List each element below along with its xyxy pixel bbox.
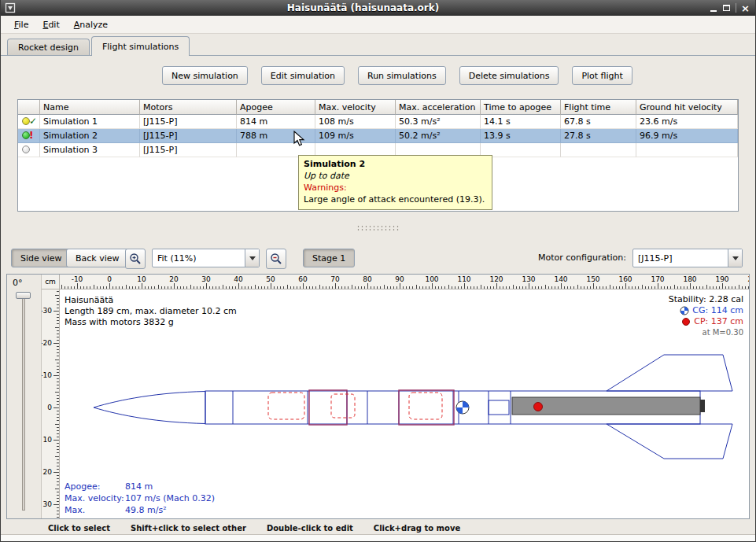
cp-value: CP: 137 cm: [694, 316, 743, 327]
stage-1-label: Stage 1: [312, 253, 345, 264]
menu-file[interactable]: File: [7, 17, 35, 32]
parachute-3[interactable]: [409, 393, 442, 419]
cell-max-acceleration[interactable]: 50.2 m/s²: [396, 129, 481, 143]
cell-motors[interactable]: [J115-P]: [140, 115, 237, 129]
cell-time-to-apogee[interactable]: [481, 143, 561, 157]
rocket-canvas[interactable]: Haisunäätä Length 189 cm, max. diameter …: [60, 289, 749, 518]
back-view-button[interactable]: Back view: [66, 249, 129, 267]
table-row-simulation-1[interactable]: ✓Simulation 1[J115-P]814 m108 m/s50.3 m/…: [18, 115, 738, 129]
cell-name[interactable]: Simulation 1: [40, 115, 140, 129]
back-view-label: Back view: [76, 253, 120, 264]
apogee-value: 814 m: [125, 481, 153, 492]
engine-block[interactable]: [489, 400, 509, 415]
plot-flight-button[interactable]: Plot flight: [572, 66, 632, 85]
tooltip-warning-text: Large angle of attack encountered (19.3)…: [304, 194, 487, 205]
edit-simulation-button[interactable]: Edit simulation: [261, 66, 345, 85]
run-simulations-button[interactable]: Run simulations: [358, 66, 446, 85]
column-header-max-acceleration[interactable]: Max. acceleration: [396, 100, 481, 115]
tooltip-title: Simulation 2: [304, 158, 487, 170]
apogee-label: Apogee:: [65, 481, 125, 492]
cell-max-velocity[interactable]: 108 m/s: [315, 115, 396, 129]
simulation-status-cell: !: [18, 129, 40, 143]
cell-apogee[interactable]: 814 m: [237, 115, 315, 129]
hint-shift-click-to-select-other: Shift+click to select other: [131, 524, 246, 533]
close-button[interactable]: ×: [739, 2, 752, 14]
column-header-name[interactable]: Name: [40, 100, 140, 115]
cell-motors[interactable]: [J115-P]: [140, 129, 237, 143]
window-bottom-edge: [1, 534, 755, 541]
cell-ground-hit-velocity[interactable]: 96.9 m/s: [636, 129, 738, 143]
hint-click-drag-to-move: Click+drag to move: [374, 524, 460, 533]
parachute-1[interactable]: [268, 393, 304, 419]
motor-configuration-arrow-button[interactable]: [728, 249, 742, 267]
zoom-select-arrow-button[interactable]: [245, 249, 259, 267]
v-ruler: -30-20-100102030: [42, 289, 60, 518]
stage-1-toggle[interactable]: Stage 1: [303, 249, 355, 267]
cell-name[interactable]: Simulation 2: [40, 129, 140, 143]
side-view-button[interactable]: Side view: [11, 249, 72, 267]
inner-tube-1[interactable]: [309, 390, 347, 425]
cell-flight-time[interactable]: 67.8 s: [561, 115, 636, 129]
cell-flight-time[interactable]: 27.8 s: [561, 129, 636, 143]
menu-analyze[interactable]: Analyze: [67, 17, 115, 32]
rotation-slider-handle[interactable]: [16, 292, 31, 299]
fin-bottom[interactable]: [607, 424, 732, 459]
cell-time-to-apogee[interactable]: 14.1 s: [481, 115, 561, 129]
nose-cone[interactable]: [94, 392, 205, 424]
rotation-control: 0°: [7, 275, 42, 518]
tab-flight-simulations[interactable]: Flight simulations: [91, 36, 190, 56]
window-icon[interactable]: [5, 2, 16, 13]
hint-double-click-to-edit: Double-click to edit: [267, 524, 353, 533]
status-hint-bar: Click to selectShift+click to select oth…: [1, 521, 755, 535]
motor-configuration-select[interactable]: [J115-P]: [632, 249, 743, 267]
column-header-ground-hit-velocity[interactable]: Ground hit velocity: [636, 100, 738, 115]
cell-time-to-apogee[interactable]: 13.9 s: [481, 129, 561, 143]
cell-max-acceleration[interactable]: 50.3 m/s²: [396, 115, 481, 129]
mach-condition: at M=0.30: [669, 327, 743, 338]
splitter-grip[interactable]: [356, 225, 400, 231]
column-header-motors[interactable]: Motors: [140, 100, 237, 115]
cg-value: CG: 114 cm: [692, 305, 743, 316]
maximize-icon: [723, 5, 730, 11]
parachute-2[interactable]: [331, 394, 355, 418]
title-bar: Haisunäätä (haisunaata.ork) ×: [1, 0, 755, 16]
cell-max-velocity[interactable]: 109 m/s: [315, 129, 396, 143]
column-header-time-to-apogee[interactable]: Time to apogee: [481, 100, 561, 115]
cell-flight-time[interactable]: [561, 143, 636, 157]
cell-ground-hit-velocity[interactable]: [636, 143, 738, 157]
window-title: Haisunäätä (haisunaata.ork): [20, 2, 706, 13]
menu-edit[interactable]: Edit: [35, 17, 66, 32]
titlebar-separator: [736, 3, 736, 13]
side-view-label: Side view: [20, 253, 62, 264]
maximize-button[interactable]: [720, 2, 733, 14]
column-header-flight-time[interactable]: Flight time: [561, 100, 636, 115]
table-body: ✓Simulation 1[J115-P]814 m108 m/s50.3 m/…: [18, 115, 738, 157]
column-header-max-velocity[interactable]: Max. velocity: [315, 100, 396, 115]
column-header-status[interactable]: [18, 100, 40, 115]
zoom-select[interactable]: Fit (11%): [152, 249, 260, 267]
delete-simulations-button[interactable]: Delete simulations: [459, 66, 559, 85]
cg-marker: [456, 401, 469, 414]
cp-marker: [534, 403, 543, 411]
application-window: Haisunäätä (haisunaata.ork) × FileEditAn…: [0, 0, 756, 542]
minimize-button[interactable]: [706, 2, 720, 14]
simulation-tooltip: Simulation 2 Up to date Warnings: Large …: [298, 155, 492, 210]
cell-motors[interactable]: [J115-P]: [140, 143, 237, 157]
tab-rocket-design[interactable]: Rocket design: [7, 39, 90, 55]
cg-icon: [680, 306, 689, 315]
close-icon: ×: [741, 3, 750, 13]
tab-strip: Rocket design Flight simulations: [1, 36, 755, 56]
minimize-icon: [710, 10, 717, 12]
cell-name[interactable]: Simulation 3: [40, 143, 140, 157]
cell-ground-hit-velocity[interactable]: 23.6 m/s: [636, 115, 738, 129]
column-header-apogee[interactable]: Apogee: [237, 100, 315, 115]
tooltip-warnings-label: Warnings:: [304, 182, 487, 194]
new-simulation-button[interactable]: New simulation: [162, 66, 248, 85]
zoom-in-button[interactable]: [125, 249, 146, 269]
h-ruler: -100102030405060708090100110120130140150…: [60, 275, 749, 289]
status-gray-icon: [22, 146, 30, 153]
table-row-simulation-2[interactable]: !Simulation 2[J115-P]788 m109 m/s50.2 m/…: [18, 129, 738, 143]
fin-top[interactable]: [607, 355, 732, 391]
zoom-out-icon: [270, 253, 282, 265]
zoom-out-button[interactable]: [266, 249, 286, 269]
